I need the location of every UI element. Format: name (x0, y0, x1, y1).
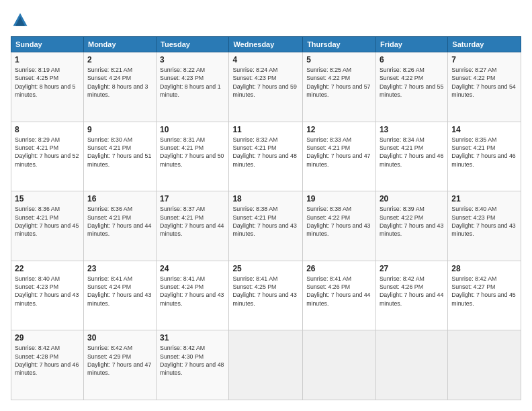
day-number: 15 (15, 194, 80, 203)
day-number: 21 (451, 194, 517, 203)
calendar-cell: 1 Sunrise: 8:19 AM Sunset: 4:25 PM Dayli… (11, 52, 84, 122)
day-number: 19 (306, 194, 372, 203)
day-number: 28 (451, 264, 517, 273)
day-info: Sunrise: 8:36 AM Sunset: 4:21 PM Dayligh… (87, 205, 152, 238)
day-info: Sunrise: 8:42 AM Sunset: 4:29 PM Dayligh… (87, 344, 152, 377)
calendar-cell: 16 Sunrise: 8:36 AM Sunset: 4:21 PM Dayl… (83, 191, 156, 261)
day-info: Sunrise: 8:41 AM Sunset: 4:24 PM Dayligh… (160, 275, 225, 308)
calendar-table: SundayMondayTuesdayWednesdayThursdayFrid… (11, 36, 521, 400)
day-info: Sunrise: 8:25 AM Sunset: 4:22 PM Dayligh… (306, 66, 372, 99)
calendar-week-row: 15 Sunrise: 8:36 AM Sunset: 4:21 PM Dayl… (11, 191, 521, 261)
calendar-cell: 15 Sunrise: 8:36 AM Sunset: 4:21 PM Dayl… (11, 191, 84, 261)
day-number: 25 (232, 264, 299, 273)
day-info: Sunrise: 8:34 AM Sunset: 4:21 PM Dayligh… (380, 136, 444, 169)
calendar-cell (375, 330, 447, 400)
day-info: Sunrise: 8:21 AM Sunset: 4:24 PM Dayligh… (87, 66, 152, 99)
day-info: Sunrise: 8:39 AM Sunset: 4:22 PM Dayligh… (380, 205, 444, 238)
day-info: Sunrise: 8:42 AM Sunset: 4:27 PM Dayligh… (451, 275, 517, 308)
calendar-header-friday: Friday (375, 37, 447, 52)
day-number: 5 (306, 55, 372, 64)
day-number: 12 (306, 125, 372, 134)
calendar-cell: 30 Sunrise: 8:42 AM Sunset: 4:29 PM Dayl… (83, 330, 156, 400)
calendar-week-row: 29 Sunrise: 8:42 AM Sunset: 4:28 PM Dayl… (11, 330, 521, 400)
calendar-week-row: 8 Sunrise: 8:29 AM Sunset: 4:21 PM Dayli… (11, 122, 521, 191)
day-number: 11 (232, 125, 299, 134)
day-info: Sunrise: 8:38 AM Sunset: 4:21 PM Dayligh… (232, 205, 299, 238)
calendar-cell: 20 Sunrise: 8:39 AM Sunset: 4:22 PM Dayl… (375, 191, 447, 261)
calendar-cell: 23 Sunrise: 8:41 AM Sunset: 4:24 PM Dayl… (83, 261, 156, 330)
calendar-cell: 12 Sunrise: 8:33 AM Sunset: 4:21 PM Dayl… (303, 122, 376, 191)
day-number: 2 (87, 55, 152, 64)
day-number: 22 (15, 264, 80, 273)
calendar-cell: 3 Sunrise: 8:22 AM Sunset: 4:23 PM Dayli… (157, 52, 229, 122)
day-info: Sunrise: 8:35 AM Sunset: 4:21 PM Dayligh… (451, 136, 517, 169)
day-number: 24 (160, 264, 225, 273)
calendar-week-row: 1 Sunrise: 8:19 AM Sunset: 4:25 PM Dayli… (11, 52, 521, 122)
calendar-cell: 27 Sunrise: 8:42 AM Sunset: 4:26 PM Dayl… (375, 261, 447, 330)
day-number: 7 (451, 55, 517, 64)
day-number: 14 (451, 125, 517, 134)
day-number: 30 (87, 333, 152, 342)
day-number: 17 (160, 194, 225, 203)
day-info: Sunrise: 8:24 AM Sunset: 4:23 PM Dayligh… (232, 66, 299, 99)
calendar-cell: 11 Sunrise: 8:32 AM Sunset: 4:21 PM Dayl… (229, 122, 303, 191)
calendar-cell: 10 Sunrise: 8:31 AM Sunset: 4:21 PM Dayl… (157, 122, 229, 191)
day-info: Sunrise: 8:40 AM Sunset: 4:23 PM Dayligh… (15, 275, 80, 308)
calendar-cell: 24 Sunrise: 8:41 AM Sunset: 4:24 PM Dayl… (157, 261, 229, 330)
header (11, 11, 521, 30)
day-info: Sunrise: 8:31 AM Sunset: 4:21 PM Dayligh… (160, 136, 225, 169)
logo (11, 11, 32, 30)
day-info: Sunrise: 8:26 AM Sunset: 4:22 PM Dayligh… (380, 66, 444, 99)
day-info: Sunrise: 8:40 AM Sunset: 4:23 PM Dayligh… (451, 205, 517, 238)
day-number: 8 (15, 125, 80, 134)
day-info: Sunrise: 8:42 AM Sunset: 4:26 PM Dayligh… (380, 275, 444, 308)
day-info: Sunrise: 8:29 AM Sunset: 4:21 PM Dayligh… (15, 136, 80, 169)
day-info: Sunrise: 8:22 AM Sunset: 4:23 PM Dayligh… (160, 66, 225, 99)
calendar-header-row: SundayMondayTuesdayWednesdayThursdayFrid… (11, 37, 521, 52)
calendar-cell: 22 Sunrise: 8:40 AM Sunset: 4:23 PM Dayl… (11, 261, 84, 330)
logo-icon (11, 11, 30, 30)
calendar-cell: 29 Sunrise: 8:42 AM Sunset: 4:28 PM Dayl… (11, 330, 84, 400)
calendar-cell: 7 Sunrise: 8:27 AM Sunset: 4:22 PM Dayli… (448, 52, 521, 122)
day-info: Sunrise: 8:41 AM Sunset: 4:25 PM Dayligh… (232, 275, 299, 308)
day-number: 6 (380, 55, 444, 64)
day-info: Sunrise: 8:33 AM Sunset: 4:21 PM Dayligh… (306, 136, 372, 169)
calendar-cell: 6 Sunrise: 8:26 AM Sunset: 4:22 PM Dayli… (375, 52, 447, 122)
calendar-cell: 25 Sunrise: 8:41 AM Sunset: 4:25 PM Dayl… (229, 261, 303, 330)
calendar-cell: 19 Sunrise: 8:38 AM Sunset: 4:22 PM Dayl… (303, 191, 376, 261)
calendar-cell (303, 330, 376, 400)
day-number: 20 (380, 194, 444, 203)
calendar-header-sunday: Sunday (11, 37, 84, 52)
calendar-cell: 28 Sunrise: 8:42 AM Sunset: 4:27 PM Dayl… (448, 261, 521, 330)
calendar-header-tuesday: Tuesday (157, 37, 229, 52)
day-number: 4 (232, 55, 299, 64)
calendar-cell: 17 Sunrise: 8:37 AM Sunset: 4:21 PM Dayl… (157, 191, 229, 261)
calendar-header-thursday: Thursday (303, 37, 376, 52)
calendar-cell: 4 Sunrise: 8:24 AM Sunset: 4:23 PM Dayli… (229, 52, 303, 122)
day-number: 13 (380, 125, 444, 134)
calendar-cell: 2 Sunrise: 8:21 AM Sunset: 4:24 PM Dayli… (83, 52, 156, 122)
day-number: 27 (380, 264, 444, 273)
day-info: Sunrise: 8:41 AM Sunset: 4:26 PM Dayligh… (306, 275, 372, 308)
calendar-header-wednesday: Wednesday (229, 37, 303, 52)
day-number: 29 (15, 333, 80, 342)
day-number: 9 (87, 125, 152, 134)
page: SundayMondayTuesdayWednesdayThursdayFrid… (0, 0, 532, 411)
calendar-cell: 18 Sunrise: 8:38 AM Sunset: 4:21 PM Dayl… (229, 191, 303, 261)
calendar-week-row: 22 Sunrise: 8:40 AM Sunset: 4:23 PM Dayl… (11, 261, 521, 330)
calendar-cell: 26 Sunrise: 8:41 AM Sunset: 4:26 PM Dayl… (303, 261, 376, 330)
calendar-cell: 21 Sunrise: 8:40 AM Sunset: 4:23 PM Dayl… (448, 191, 521, 261)
day-number: 10 (160, 125, 225, 134)
day-number: 16 (87, 194, 152, 203)
day-number: 1 (15, 55, 80, 64)
calendar-cell: 8 Sunrise: 8:29 AM Sunset: 4:21 PM Dayli… (11, 122, 84, 191)
day-number: 23 (87, 264, 152, 273)
day-info: Sunrise: 8:36 AM Sunset: 4:21 PM Dayligh… (15, 205, 80, 238)
day-info: Sunrise: 8:32 AM Sunset: 4:21 PM Dayligh… (232, 136, 299, 169)
day-info: Sunrise: 8:27 AM Sunset: 4:22 PM Dayligh… (451, 66, 517, 99)
calendar-cell (229, 330, 303, 400)
day-number: 3 (160, 55, 225, 64)
calendar-cell: 13 Sunrise: 8:34 AM Sunset: 4:21 PM Dayl… (375, 122, 447, 191)
calendar-cell: 9 Sunrise: 8:30 AM Sunset: 4:21 PM Dayli… (83, 122, 156, 191)
day-info: Sunrise: 8:42 AM Sunset: 4:28 PM Dayligh… (15, 344, 80, 377)
